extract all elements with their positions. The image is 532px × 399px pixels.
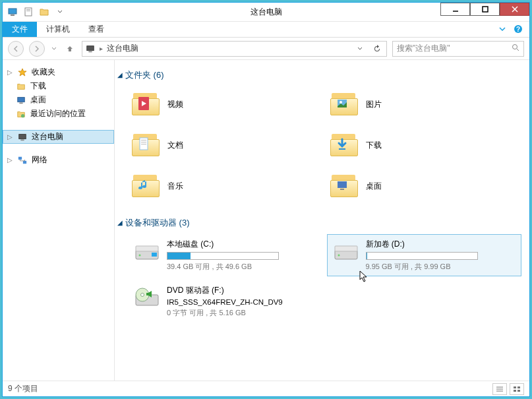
- address-dropdown-icon[interactable]: [353, 42, 367, 55]
- explorer-window: 这台电脑 文件 计算机 查看 ? ▸ 这台电脑 搜索"这台电脑": [2, 2, 530, 397]
- dvd-icon: [133, 285, 162, 311]
- svg-rect-16: [19, 134, 26, 138]
- svg-rect-9: [87, 46, 94, 50]
- svg-rect-24: [141, 140, 146, 140]
- forward-button[interactable]: [29, 41, 45, 57]
- sidebar: ▷ 收藏夹 下载 桌面 最近访问的位置: [3, 60, 115, 381]
- svg-rect-1: [11, 15, 15, 16]
- desktop-icon: [16, 95, 26, 106]
- back-button[interactable]: [8, 41, 24, 57]
- svg-rect-6: [483, 7, 488, 12]
- minimize-button[interactable]: [440, 3, 470, 16]
- folder-downloads[interactable]: 下载: [326, 127, 522, 163]
- search-input[interactable]: 搜索"这台电脑": [392, 41, 524, 57]
- computer-icon: [17, 132, 28, 142]
- svg-rect-25: [141, 142, 146, 142]
- capacity-bar: [167, 252, 279, 260]
- svg-point-22: [340, 101, 342, 104]
- svg-rect-44: [517, 386, 520, 388]
- tab-computer[interactable]: 计算机: [37, 22, 79, 37]
- folder-label: 桌面: [366, 181, 382, 192]
- download-folder-icon: [16, 81, 26, 92]
- qat-dropdown-icon[interactable]: [53, 5, 67, 19]
- svg-rect-32: [152, 253, 157, 257]
- section-folders-header[interactable]: ◢ 文件夹 (6): [117, 67, 521, 86]
- section-title: 文件夹 (6): [125, 69, 164, 81]
- folder-open-icon[interactable]: [37, 5, 51, 19]
- capacity-fill: [367, 253, 368, 259]
- sidebar-recent[interactable]: 最近访问的位置: [3, 107, 114, 121]
- svg-point-11: [513, 45, 517, 49]
- refresh-icon[interactable]: [370, 42, 384, 55]
- sidebar-favorites[interactable]: ▷ 收藏夹: [3, 65, 114, 79]
- svg-rect-31: [136, 246, 158, 251]
- tiles-view-button[interactable]: [510, 383, 524, 395]
- up-button[interactable]: [63, 42, 76, 55]
- ribbon: 文件 计算机 查看 ?: [3, 22, 529, 38]
- content-area: ◢ 文件夹 (6) 视频 图片 文档 下载: [115, 60, 529, 381]
- drive-label: DVD 驱动器 (F:): [167, 285, 318, 296]
- svg-rect-28: [338, 181, 347, 188]
- sidebar-network[interactable]: ▷ 网络: [3, 153, 114, 167]
- search-placeholder: 搜索"这台电脑": [397, 43, 450, 54]
- chevron-right-icon: ▷: [7, 156, 13, 164]
- svg-rect-35: [335, 246, 357, 251]
- drive-f[interactable]: DVD 驱动器 (F:) IR5_SSS_X64FREV_ZH-CN_DV9 0…: [128, 280, 323, 322]
- svg-rect-4: [26, 11, 30, 11]
- capacity-fill: [167, 253, 191, 259]
- details-view-button[interactable]: [492, 383, 507, 395]
- hdd-icon: [332, 239, 361, 265]
- svg-point-15: [21, 114, 24, 117]
- tab-view[interactable]: 查看: [79, 22, 113, 37]
- drive-meta: 9.95 GB 可用 , 共 9.99 GB: [366, 262, 517, 272]
- sidebar-this-pc[interactable]: ▷ 这台电脑: [3, 130, 114, 144]
- folder-documents[interactable]: 文档: [128, 127, 324, 163]
- svg-point-36: [338, 255, 340, 257]
- svg-rect-27: [339, 148, 345, 150]
- network-icon: [17, 155, 28, 166]
- tab-file[interactable]: 文件: [3, 22, 37, 37]
- folder-label: 视频: [167, 99, 183, 110]
- sidebar-item-label: 这台电脑: [32, 131, 63, 142]
- chevron-right-icon: ▷: [7, 69, 13, 76]
- drive-label: 新加卷 (D:): [366, 239, 517, 250]
- maximize-button[interactable]: [470, 3, 500, 16]
- address-bar[interactable]: ▸ 这台电脑: [82, 41, 387, 57]
- search-icon: [512, 44, 519, 53]
- svg-line-12: [517, 49, 519, 51]
- folder-label: 音乐: [167, 181, 183, 192]
- chevron-right-icon: ▷: [7, 133, 13, 140]
- close-button[interactable]: [500, 3, 529, 16]
- titlebar: 这台电脑: [3, 3, 529, 22]
- drive-grid: 本地磁盘 (C:) 39.4 GB 可用 , 共 49.6 GB 新加卷 (D:…: [117, 234, 521, 322]
- sidebar-desktop[interactable]: 桌面: [3, 93, 114, 107]
- sidebar-downloads[interactable]: 下载: [3, 79, 114, 93]
- drive-c[interactable]: 本地磁盘 (C:) 39.4 GB 可用 , 共 49.6 GB: [128, 234, 323, 276]
- folder-videos[interactable]: 视频: [128, 86, 324, 122]
- videos-folder-icon: [132, 90, 160, 118]
- section-drives-header[interactable]: ◢ 设备和驱动器 (3): [117, 214, 521, 234]
- help-icon[interactable]: ?: [512, 23, 524, 35]
- chevron-down-icon: ◢: [117, 71, 123, 78]
- drive-meta: 39.4 GB 可用 , 共 49.6 GB: [167, 262, 318, 272]
- svg-point-39: [141, 293, 144, 297]
- desktop-folder-icon: [330, 172, 358, 200]
- recent-locations-button[interactable]: [50, 46, 58, 51]
- svg-rect-43: [514, 386, 516, 388]
- sidebar-item-label: 桌面: [30, 94, 46, 106]
- svg-rect-19: [23, 160, 26, 163]
- folder-desktop[interactable]: 桌面: [326, 168, 522, 204]
- svg-rect-45: [514, 390, 516, 392]
- expand-ribbon-icon[interactable]: [496, 23, 508, 35]
- properties-icon[interactable]: [21, 5, 36, 19]
- svg-point-33: [139, 255, 141, 257]
- drive-d[interactable]: 新加卷 (D:) 9.95 GB 可用 , 共 9.99 GB: [327, 234, 522, 276]
- statusbar: 9 个项目: [3, 381, 529, 396]
- folder-pictures[interactable]: 图片: [326, 86, 522, 122]
- computer-icon[interactable]: [5, 5, 20, 19]
- folder-label: 下载: [366, 140, 382, 151]
- folder-music[interactable]: 音乐: [128, 168, 324, 204]
- svg-rect-10: [88, 51, 92, 52]
- breadcrumb[interactable]: 这台电脑: [107, 43, 138, 54]
- body: ▷ 收藏夹 下载 桌面 最近访问的位置: [3, 60, 529, 381]
